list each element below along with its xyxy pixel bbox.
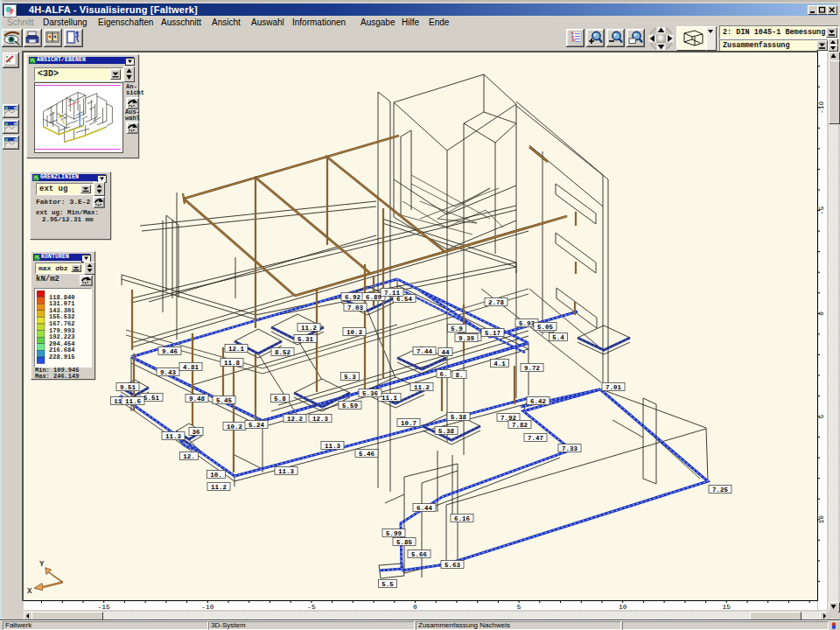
svg-text:7.47: 7.47 bbox=[528, 435, 543, 442]
svg-text:5.17: 5.17 bbox=[485, 330, 500, 337]
svg-text:Y: Y bbox=[39, 560, 45, 569]
svg-text:5.24: 5.24 bbox=[248, 422, 265, 429]
svg-text:36: 36 bbox=[192, 429, 200, 436]
svg-text:11.2: 11.2 bbox=[414, 384, 430, 391]
svg-text:4.1: 4.1 bbox=[494, 360, 506, 368]
svg-text:228.915: 228.915 bbox=[49, 354, 74, 360]
svg-text:6.54: 6.54 bbox=[396, 296, 413, 303]
svg-text:8.: 8. bbox=[455, 372, 463, 379]
svg-text:-10: -10 bbox=[201, 603, 214, 611]
svg-text:5.3: 5.3 bbox=[344, 374, 356, 381]
svg-text:-5: -5 bbox=[307, 603, 316, 611]
svg-text:15: 15 bbox=[722, 603, 731, 611]
svg-text:5.93: 5.93 bbox=[519, 320, 536, 327]
svg-text:7.82: 7.82 bbox=[512, 422, 528, 429]
svg-text:11.3: 11.3 bbox=[325, 443, 341, 450]
svg-text:5.5: 5.5 bbox=[382, 581, 394, 588]
svg-text:5.36: 5.36 bbox=[362, 390, 379, 397]
svg-text:4.81: 4.81 bbox=[183, 364, 200, 371]
svg-text:5.8: 5.8 bbox=[274, 396, 286, 402]
svg-text:7.33: 7.33 bbox=[562, 445, 578, 452]
svg-text:0: 0 bbox=[413, 603, 417, 611]
svg-text:10.7: 10.7 bbox=[401, 420, 416, 427]
svg-text:6.89: 6.89 bbox=[366, 294, 382, 301]
svg-text:5.59: 5.59 bbox=[342, 402, 359, 410]
svg-text:5.85: 5.85 bbox=[396, 539, 413, 546]
svg-text:7.01: 7.01 bbox=[606, 384, 622, 391]
svg-text:0: 0 bbox=[817, 312, 825, 316]
svg-text:-10: -10 bbox=[817, 101, 825, 114]
svg-text:44: 44 bbox=[441, 349, 450, 356]
svg-text:10.2: 10.2 bbox=[227, 424, 243, 430]
svg-text:7.11: 7.11 bbox=[384, 290, 401, 297]
svg-text:6.92: 6.92 bbox=[345, 294, 361, 301]
svg-text:5.4: 5.4 bbox=[552, 334, 564, 341]
svg-text:9.51: 9.51 bbox=[120, 384, 136, 391]
svg-text:12.1: 12.1 bbox=[228, 346, 245, 353]
svg-text:9.48: 9.48 bbox=[189, 396, 206, 402]
svg-text:10: 10 bbox=[619, 603, 627, 611]
svg-text:11.1: 11.1 bbox=[382, 395, 398, 402]
svg-text:11.2: 11.2 bbox=[211, 484, 228, 491]
svg-text:11.3: 11.3 bbox=[165, 433, 182, 440]
svg-text:5.99: 5.99 bbox=[386, 530, 402, 537]
svg-text:5.05: 5.05 bbox=[537, 324, 554, 331]
svg-text:5.9: 5.9 bbox=[451, 326, 463, 332]
svg-text:5.51: 5.51 bbox=[144, 395, 160, 402]
svg-text:9.39: 9.39 bbox=[458, 335, 475, 342]
svg-text:5.38: 5.38 bbox=[438, 428, 455, 435]
svg-text:2.78: 2.78 bbox=[488, 299, 505, 306]
svg-text:-15: -15 bbox=[97, 603, 110, 611]
svg-text:5: 5 bbox=[817, 415, 825, 419]
svg-text:7.44: 7.44 bbox=[416, 348, 433, 355]
svg-text:11.2: 11.2 bbox=[301, 325, 318, 332]
svg-text:10.: 10. bbox=[210, 472, 222, 479]
svg-text:X: X bbox=[27, 587, 32, 595]
svg-text:6.42: 6.42 bbox=[530, 398, 547, 405]
svg-text:8.52: 8.52 bbox=[275, 349, 291, 356]
svg-text:5.46: 5.46 bbox=[359, 451, 375, 458]
svg-text:10.3: 10.3 bbox=[346, 329, 363, 336]
svg-text:6.44: 6.44 bbox=[416, 505, 433, 512]
svg-text:5.31: 5.31 bbox=[298, 336, 314, 343]
svg-text:6.16: 6.16 bbox=[454, 515, 471, 522]
svg-text:7.03: 7.03 bbox=[347, 304, 364, 312]
svg-text:6.: 6. bbox=[439, 371, 447, 378]
svg-text:5.38: 5.38 bbox=[451, 414, 467, 421]
svg-text:5: 5 bbox=[517, 603, 522, 611]
svg-text:7.25: 7.25 bbox=[712, 486, 729, 494]
svg-text:11.3: 11.3 bbox=[278, 468, 295, 475]
svg-text:-5: -5 bbox=[817, 206, 825, 215]
svg-text:11.6: 11.6 bbox=[125, 398, 142, 405]
svg-text:12.: 12. bbox=[183, 453, 195, 460]
svg-text:9.46: 9.46 bbox=[162, 348, 178, 355]
svg-text:5.45: 5.45 bbox=[216, 397, 233, 404]
svg-text:5.66: 5.66 bbox=[411, 551, 428, 558]
svg-text:12.3: 12.3 bbox=[312, 416, 329, 423]
svg-text:9.43: 9.43 bbox=[160, 369, 177, 376]
svg-text:10: 10 bbox=[817, 515, 825, 524]
svg-text:11.8: 11.8 bbox=[224, 360, 241, 367]
svg-text:5.63: 5.63 bbox=[444, 562, 461, 569]
svg-text:9.72: 9.72 bbox=[524, 365, 541, 372]
svg-text:12.2: 12.2 bbox=[287, 416, 304, 423]
